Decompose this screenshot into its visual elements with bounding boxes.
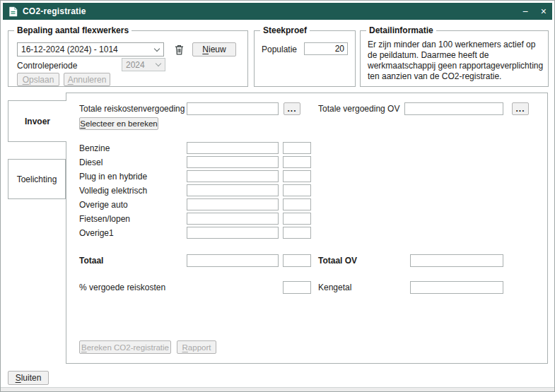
fuel-row-benzine: Benzine — [79, 142, 320, 155]
fuel-row-volledig-elektrisch: Volledig elektrisch — [79, 184, 320, 197]
kengetal-input[interactable] — [410, 281, 503, 294]
benzine-label: Benzine — [79, 143, 110, 153]
overige-auto-amount-input[interactable] — [187, 198, 279, 210]
pct-vergoede-reiskosten-input[interactable] — [283, 281, 311, 294]
fuel-row-diesel: Diesel — [79, 156, 320, 169]
totale-vergoeding-ov-input[interactable] — [404, 102, 503, 115]
trash-icon — [175, 44, 184, 55]
kengetal-label: Kengetal — [318, 283, 351, 292]
group-steekproef: Steekproef Populatie — [254, 30, 356, 87]
fietsen-lopen-label: Fietsen/lopen — [79, 214, 130, 224]
controleperiode-select-value: 2024 — [126, 60, 152, 70]
rapport-button[interactable]: Rapport — [177, 340, 216, 354]
fietsen-lopen-amount-input[interactable] — [187, 213, 279, 225]
plug-in-en-hybride-amount-input[interactable] — [187, 170, 279, 182]
populatie-label: Populatie — [262, 44, 297, 54]
plug-in-en-hybride-label: Plug in en hybride — [79, 172, 147, 182]
group-bepaling-legend: Bepaling aantal flexwerkers — [14, 25, 132, 35]
titlebar-buttons: − × — [522, 6, 547, 16]
populatie-input[interactable] — [304, 42, 348, 55]
volledig-elektrisch-amount-input[interactable] — [187, 184, 279, 196]
totale-reiskostenvergoeding-label: Totale reiskostenvergoeding — [79, 104, 185, 114]
overige1-count-input[interactable] — [283, 227, 311, 239]
group-bepaling-flexwerkers: Bepaling aantal flexwerkers 16-12-2024 (… — [8, 30, 248, 87]
window-title: CO2-registratie — [23, 6, 86, 16]
chevron-down-icon — [152, 59, 165, 71]
selecteer-en-bereken-button[interactable]: Selecteer en bereken — [79, 117, 158, 130]
volledig-elektrisch-count-input[interactable] — [283, 184, 311, 196]
tab-invoer[interactable]: Invoer — [8, 100, 66, 142]
detail-info-text: Er zijn minder dan 100 werknemers actief… — [368, 40, 544, 82]
reiskosten-browse-button[interactable]: ... — [284, 102, 300, 115]
group-steekproef-legend: Steekproef — [260, 25, 310, 35]
benzine-amount-input[interactable] — [187, 142, 279, 154]
flexwerker-bepaling-select-value: 16-12-2024 (2024) - 1014 — [21, 44, 151, 54]
diesel-amount-input[interactable] — [187, 156, 279, 168]
chevron-down-icon — [151, 43, 163, 56]
totale-vergoeding-ov-label: Totale vergoeding OV — [318, 104, 399, 114]
window-icon — [8, 6, 18, 17]
nieuw-button[interactable]: Nieuw — [192, 42, 236, 57]
overige-auto-count-input[interactable] — [283, 198, 311, 210]
group-detailinformatie: Detailinformatie Er zijn minder dan 100 … — [360, 30, 549, 87]
close-button[interactable]: × — [541, 6, 547, 16]
totale-reiskostenvergoeding-input[interactable] — [187, 102, 279, 115]
totaal-label: Totaal — [79, 256, 103, 266]
invoer-panel: Totale reiskostenvergoeding ... Totale v… — [66, 93, 548, 364]
totaal-count-input[interactable] — [283, 254, 311, 267]
pct-vergoede-reiskosten-label: % vergoede reiskosten — [79, 283, 165, 292]
totaal-ov-input[interactable] — [410, 254, 503, 267]
bereken-co2-registratie-button[interactable]: Bereken CO2-registratie — [79, 340, 171, 354]
diesel-label: Diesel — [79, 158, 103, 167]
flexwerker-bepaling-select[interactable]: 16-12-2024 (2024) - 1014 — [17, 42, 164, 57]
totaal-ov-label: Totaal OV — [318, 256, 357, 266]
benzine-count-input[interactable] — [283, 142, 311, 154]
overige1-label: Overige1 — [79, 228, 114, 238]
delete-button[interactable] — [170, 42, 188, 57]
controleperiode-select[interactable]: 2024 — [122, 58, 165, 71]
overige1-amount-input[interactable] — [187, 227, 279, 239]
annuleren-button[interactable]: Annuleren — [64, 73, 110, 86]
controleperiode-label: Controleperiode — [17, 61, 77, 71]
opslaan-button[interactable]: Opslaan — [17, 73, 59, 86]
overige-auto-label: Overige auto — [79, 200, 128, 210]
fuel-row-overige-auto: Overige auto — [79, 198, 320, 211]
fuel-row-overige1: Overige1 — [79, 227, 320, 239]
co2-registratie-window: CO2-registratie − × Bepaling aantal flex… — [0, 0, 555, 392]
volledig-elektrisch-label: Volledig elektrisch — [79, 186, 147, 196]
vergoeding-ov-browse-button[interactable]: ... — [512, 102, 529, 115]
fuel-row-plug-in-en-hybride: Plug in en hybride — [79, 170, 320, 183]
fuel-row-fietsen-lopen: Fietsen/lopen — [79, 213, 320, 225]
diesel-count-input[interactable] — [283, 156, 311, 168]
totaal-input[interactable] — [187, 254, 279, 267]
group-detail-legend: Detailinformatie — [366, 25, 436, 35]
plug-in-en-hybride-count-input[interactable] — [283, 170, 311, 182]
tab-toelichting[interactable]: Toelichting — [8, 159, 66, 199]
sluiten-button[interactable]: Sluiten — [8, 371, 49, 385]
window-bottom-edge — [1, 387, 554, 391]
titlebar: CO2-registratie − × — [3, 3, 552, 20]
fietsen-lopen-count-input[interactable] — [283, 213, 311, 225]
minimize-button[interactable]: − — [522, 6, 528, 16]
